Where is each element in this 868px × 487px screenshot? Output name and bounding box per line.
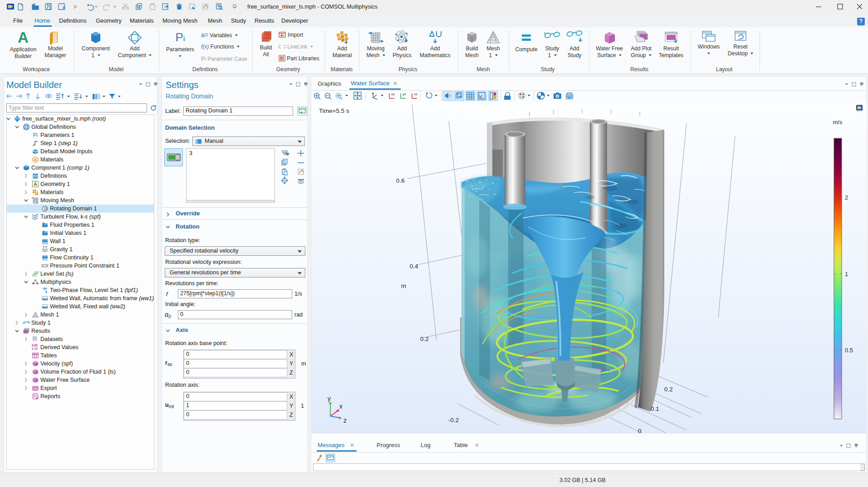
svg-text:D: D <box>43 230 45 233</box>
svg-text:1: 1 <box>845 271 848 278</box>
svg-text:y: y <box>328 395 331 402</box>
svg-text:0.4: 0.4 <box>410 263 418 270</box>
svg-text:0.5: 0.5 <box>845 347 853 354</box>
svg-text:0.2: 0.2 <box>664 386 673 393</box>
svg-text:0: 0 <box>638 428 642 433</box>
svg-text:m/s: m/s <box>833 119 843 126</box>
svg-text:m: m <box>401 282 406 289</box>
svg-text:yz: yz <box>402 92 406 96</box>
svg-text:0.1: 0.1 <box>651 405 659 412</box>
svg-text:0.2: 0.2 <box>420 336 429 342</box>
svg-text:xz: xz <box>414 92 417 96</box>
svg-text:x: x <box>339 403 343 410</box>
svg-text:Time=5.5 s: Time=5.5 s <box>319 107 349 114</box>
svg-text:xy: xy <box>391 92 395 96</box>
svg-text:0.6: 0.6 <box>396 177 405 184</box>
svg-text:D: D <box>43 222 45 225</box>
svg-text:-0.2: -0.2 <box>448 417 459 424</box>
svg-text:z: z <box>343 417 347 424</box>
svg-text:2: 2 <box>845 194 848 201</box>
